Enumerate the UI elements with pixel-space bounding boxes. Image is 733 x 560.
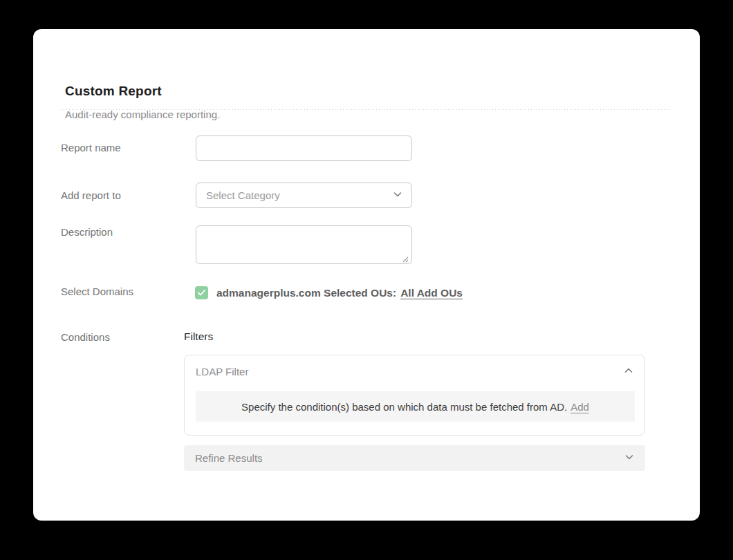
refine-results-title: Refine Results — [195, 452, 263, 464]
add-report-to-label: Add report to — [61, 189, 121, 201]
ldap-condition-message: Specify the condition(s) based on which … — [241, 401, 567, 413]
custom-report-card: Custom Report Audit-ready compliance rep… — [33, 29, 700, 521]
description-textarea[interactable] — [196, 225, 412, 264]
report-name-input[interactable] — [196, 136, 412, 161]
chevron-up-icon — [623, 365, 634, 379]
conditions-label: Conditions — [61, 331, 110, 343]
description-label: Description — [61, 226, 113, 238]
domain-checkbox[interactable] — [195, 286, 208, 299]
chevron-down-icon — [624, 451, 635, 465]
category-select-value: Select Category — [206, 189, 280, 201]
filters-title: Filters — [184, 330, 213, 343]
ou-selection-link[interactable]: All Add OUs — [400, 287, 463, 299]
ldap-filter-title: LDAP Filter — [196, 366, 248, 377]
chevron-down-icon — [392, 189, 403, 203]
ldap-condition-strip: Specify the condition(s) based on which … — [196, 391, 635, 422]
report-name-label: Report name — [61, 142, 121, 153]
checkmark-icon — [198, 290, 205, 296]
page-subtitle: Audit-ready compliance reporting. — [65, 109, 220, 120]
page-title: Custom Report — [65, 84, 162, 99]
ldap-filter-header[interactable]: LDAP Filter — [185, 355, 644, 388]
ldap-filter-panel: LDAP Filter Specify the condition(s) bas… — [184, 355, 645, 436]
domain-row: admanagerplus.com Selected OUs: All Add … — [195, 286, 463, 299]
select-domains-label: Select Domains — [61, 286, 133, 297]
domain-text: admanagerplus.com Selected OUs: — [216, 287, 396, 299]
add-condition-link[interactable]: Add — [570, 401, 589, 413]
description-field-wrap — [196, 225, 412, 264]
category-select[interactable]: Select Category — [196, 183, 412, 208]
refine-results-header[interactable]: Refine Results — [184, 445, 645, 471]
dotted-divider — [61, 109, 672, 110]
